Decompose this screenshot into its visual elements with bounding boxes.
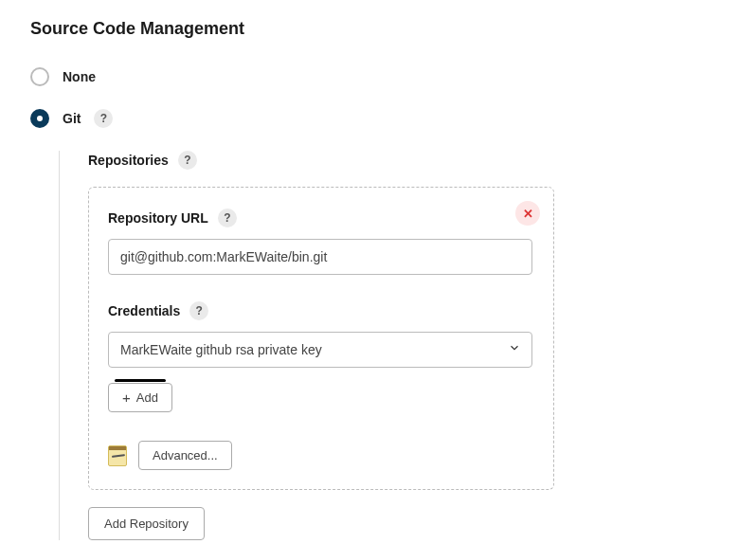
scm-option-none[interactable]: None bbox=[30, 67, 756, 86]
radio-git-label: Git bbox=[63, 111, 81, 126]
git-config-section: Repositories ? ✕ Repository URL ? Creden… bbox=[59, 151, 756, 540]
add-repository-label: Add Repository bbox=[104, 517, 189, 531]
plus-icon: + bbox=[122, 390, 131, 405]
repositories-label: Repositories bbox=[88, 153, 169, 168]
help-icon[interactable]: ? bbox=[189, 301, 208, 320]
help-icon[interactable]: ? bbox=[218, 209, 237, 227]
scm-option-git[interactable]: Git ? bbox=[30, 109, 756, 128]
radio-none[interactable] bbox=[30, 67, 49, 86]
radio-git[interactable] bbox=[30, 109, 49, 128]
help-icon[interactable]: ? bbox=[94, 109, 113, 128]
repository-url-label: Repository URL bbox=[108, 210, 208, 226]
close-icon: ✕ bbox=[523, 207, 533, 221]
radio-none-label: None bbox=[63, 69, 96, 84]
help-icon[interactable]: ? bbox=[178, 151, 197, 170]
advanced-button[interactable]: Advanced... bbox=[138, 441, 232, 470]
credentials-select[interactable]: MarkEWaite github rsa private key bbox=[108, 332, 532, 368]
remove-repository-button[interactable]: ✕ bbox=[515, 201, 540, 226]
advanced-row: Advanced... bbox=[108, 441, 534, 470]
repositories-header: Repositories ? bbox=[88, 151, 756, 170]
credentials-label: Credentials bbox=[108, 303, 180, 318]
credentials-select-wrap[interactable]: MarkEWaite github rsa private key bbox=[108, 332, 532, 368]
advanced-button-label: Advanced... bbox=[153, 448, 218, 462]
repository-block: ✕ Repository URL ? Credentials ? MarkEWa… bbox=[88, 187, 554, 490]
section-title: Source Code Management bbox=[30, 19, 756, 39]
repository-url-header: Repository URL ? bbox=[108, 209, 534, 227]
credentials-header: Credentials ? bbox=[108, 301, 534, 320]
repository-url-input[interactable] bbox=[108, 239, 532, 275]
add-button-label: Add bbox=[136, 390, 158, 405]
add-credentials-button[interactable]: + Add bbox=[108, 383, 172, 412]
add-repository-button[interactable]: Add Repository bbox=[88, 507, 205, 540]
notepad-icon bbox=[108, 445, 127, 466]
